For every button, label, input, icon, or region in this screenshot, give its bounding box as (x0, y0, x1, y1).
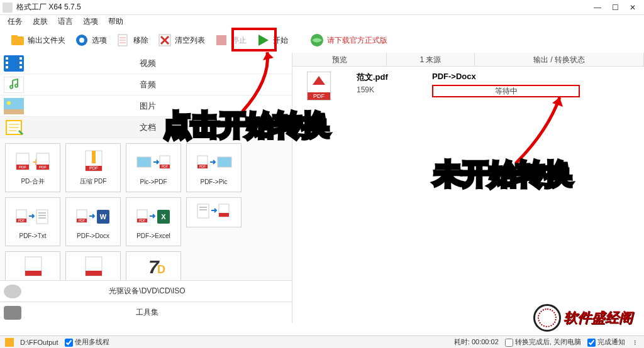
category-audio[interactable]: 音频 (0, 74, 292, 95)
pdf-compress-icon: PDF (74, 150, 112, 176)
tool-unknown-1[interactable] (5, 251, 60, 280)
svg-point-3 (79, 38, 84, 43)
stop-icon (214, 33, 229, 48)
elapsed-time: 耗时: 00:00:02 (454, 337, 499, 347)
optical-drive-row[interactable]: 光驱设备\DVD\CD\ISO (0, 280, 292, 302)
svg-text:PDF: PDF (18, 219, 25, 222)
category-video[interactable]: 视频 (0, 53, 292, 74)
category-document[interactable]: 文档 (0, 117, 292, 138)
menu-language[interactable]: 语言 (58, 16, 73, 27)
remove-icon (116, 33, 131, 48)
menubar: 任务 皮肤 语言 选项 帮助 (0, 15, 644, 28)
audio-icon (4, 77, 24, 93)
menu-help[interactable]: 帮助 (108, 16, 123, 27)
task-row[interactable]: 范文.pdf 159K PDF->Docx 等待中 (300, 72, 636, 101)
globe-icon (309, 33, 325, 48)
pdf-merge-icon: PDF+PDF (14, 150, 52, 176)
svg-rect-20 (19, 66, 22, 68)
menu-options[interactable]: 选项 (83, 16, 98, 27)
status-box: 等待中 (432, 85, 580, 97)
svg-text:PDF: PDF (89, 166, 98, 170)
file-size: 159K (357, 85, 426, 94)
gear-icon (74, 33, 89, 48)
svg-rect-73 (86, 271, 102, 276)
svg-text:PDF: PDF (199, 165, 206, 168)
stop-button[interactable]: 停止 (211, 31, 249, 49)
maximize-button[interactable]: ☐ (606, 3, 624, 12)
svg-rect-39 (92, 151, 96, 163)
multithread-checkbox[interactable]: 使用多线程 (65, 337, 109, 347)
app-icon (3, 3, 13, 13)
disc-icon (4, 285, 21, 298)
svg-rect-69 (219, 213, 229, 217)
toolbox-icon (4, 306, 21, 320)
pdf-docx-icon: PDFW (74, 205, 112, 231)
folder-icon (10, 33, 25, 48)
start-button[interactable]: 开始 (253, 31, 291, 49)
tool-txt-to-pdf[interactable] (186, 197, 242, 227)
notify-checkbox[interactable]: 完成通知 (587, 337, 625, 347)
download-link[interactable]: 请下载官方正式版 (307, 31, 390, 49)
category-image[interactable]: 图片 (0, 95, 292, 117)
titlebar: 格式工厂 X64 5.7.5 — ☐ ✕ (0, 0, 644, 15)
pdf-icon (307, 72, 331, 101)
right-panel: 预览 1 来源 输出 / 转换状态 范文.pdf 159K PDF->Docx … (292, 53, 644, 323)
svg-rect-23 (4, 109, 24, 114)
tool-pic-to-pdf[interactable]: PDF Pic->PDF (126, 143, 181, 192)
checkbox-icon (5, 338, 14, 347)
list-headers: 预览 1 来源 输出 / 转换状态 (292, 53, 644, 67)
clear-icon (157, 33, 172, 48)
svg-rect-18 (19, 57, 22, 60)
tool-pdf-compress[interactable]: PDF 压缩 PDF (65, 143, 121, 192)
tool-pdf-merge[interactable]: PDF+PDF PD-合并 (5, 143, 60, 192)
txt-pdf-icon (195, 199, 233, 226)
svg-text:X: X (161, 213, 166, 220)
tool-unknown-2[interactable] (65, 251, 121, 280)
output-folder-button[interactable]: 输出文件夹 (8, 31, 68, 49)
image-icon (4, 98, 24, 114)
options-button[interactable]: 选项 (72, 31, 109, 49)
menu-tasks[interactable]: 任务 (8, 16, 23, 27)
svg-text:PDF: PDF (19, 165, 26, 169)
col-source[interactable]: 1 来源 (387, 53, 475, 66)
watermark: 软件盛经阁 (533, 303, 640, 333)
clear-list-button[interactable]: 清空列表 (155, 31, 208, 49)
tool-7zip[interactable]: 7D (126, 251, 181, 280)
col-status[interactable]: 输出 / 转换状态 (475, 53, 644, 66)
pdf-excel-icon: PDFX (135, 205, 172, 231)
svg-text:PDF: PDF (39, 165, 47, 169)
toolbox-row[interactable]: 工具集 (0, 302, 292, 323)
svg-text:PDF: PDF (139, 219, 145, 222)
left-panel: 视频 音频 图片 文档 PDF+PDF PD-合并 PDF 压缩 PDF PDF (0, 53, 292, 323)
pdf-pic-icon: PDF (195, 151, 233, 177)
svg-text:PDF: PDF (79, 219, 85, 222)
tool-pdf-to-txt[interactable]: PDF PDF->Txt (5, 197, 60, 246)
svg-text:W: W (100, 213, 107, 220)
svg-rect-19 (19, 62, 22, 64)
svg-point-24 (7, 101, 11, 105)
minimize-button[interactable]: — (589, 3, 606, 12)
file-name: 范文.pdf (357, 72, 426, 83)
tool-grid: PDF+PDF PD-合并 PDF 压缩 PDF PDF Pic->PDF PD… (0, 138, 292, 280)
svg-rect-16 (6, 62, 8, 64)
remove-button[interactable]: 移除 (113, 31, 151, 49)
file-thumbnail (300, 72, 338, 101)
menu-skin[interactable]: 皮肤 (33, 16, 48, 27)
svg-text:D: D (157, 263, 165, 276)
svg-rect-71 (25, 271, 42, 276)
svg-rect-40 (137, 157, 151, 167)
output-path[interactable]: D:\FFOutput (20, 339, 58, 346)
7zip-icon: 7D (135, 253, 172, 280)
statusbar: D:\FFOutput 使用多线程 耗时: 00:00:02 转换完成后, 关闭… (0, 335, 644, 348)
col-preview[interactable]: 预览 (292, 53, 387, 66)
close-button[interactable]: ✕ (624, 3, 641, 12)
shutdown-checkbox[interactable]: 转换完成后, 关闭电脑 (505, 337, 581, 347)
tool-pdf-to-excel[interactable]: PDFX PDF->Excel (126, 197, 181, 246)
tool-pdf-to-docx[interactable]: PDFW PDF->Docx (65, 197, 121, 246)
tool-pdf-to-pic[interactable]: PDF PDF->Pic (186, 143, 242, 192)
toolbar: 输出文件夹 选项 移除 清空列表 停止 开始 请下载官方正式版 (0, 28, 644, 53)
pdf-txt-icon: PDF (14, 205, 52, 231)
video-icon (4, 55, 24, 72)
svg-rect-51 (36, 210, 48, 224)
svg-rect-65 (197, 204, 209, 218)
